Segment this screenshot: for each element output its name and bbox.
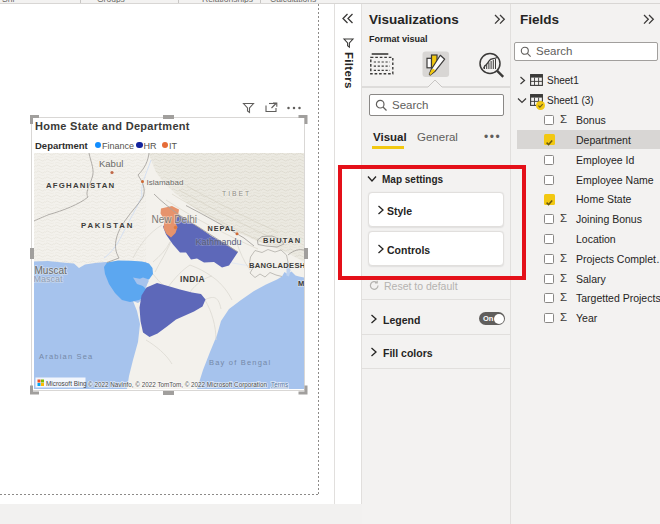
svg-text:Kabul: Kabul bbox=[99, 158, 123, 169]
svg-text:Bay of Bengal: Bay of Bengal bbox=[209, 358, 271, 367]
svg-text:Mascat: Mascat bbox=[34, 274, 63, 284]
svg-text:Islamabad: Islamabad bbox=[147, 178, 184, 187]
svg-text:BANGLADESH: BANGLADESH bbox=[249, 261, 304, 270]
svg-text:New Delhi: New Delhi bbox=[152, 214, 198, 225]
svg-text:TIBET: TIBET bbox=[222, 190, 251, 197]
svg-text:Terms: Terms bbox=[271, 381, 288, 388]
svg-text:Arabian Sea: Arabian Sea bbox=[39, 352, 93, 361]
svg-text:INDIA: INDIA bbox=[180, 274, 205, 284]
svg-text:© 2022 NavInfo, © 2022 TomTom,: © 2022 NavInfo, © 2022 TomTom, © 2022 Mi… bbox=[88, 381, 268, 389]
svg-text:M: M bbox=[298, 279, 304, 288]
svg-text:PAKISTAN: PAKISTAN bbox=[81, 221, 134, 230]
svg-text:Kathmandu: Kathmandu bbox=[196, 237, 242, 247]
svg-text:Microsoft Bing: Microsoft Bing bbox=[46, 380, 87, 388]
svg-text:NEPAL: NEPAL bbox=[208, 224, 237, 233]
svg-text:AFGHANISTAN: AFGHANISTAN bbox=[46, 181, 115, 190]
svg-text:BHUTAN: BHUTAN bbox=[263, 236, 301, 245]
